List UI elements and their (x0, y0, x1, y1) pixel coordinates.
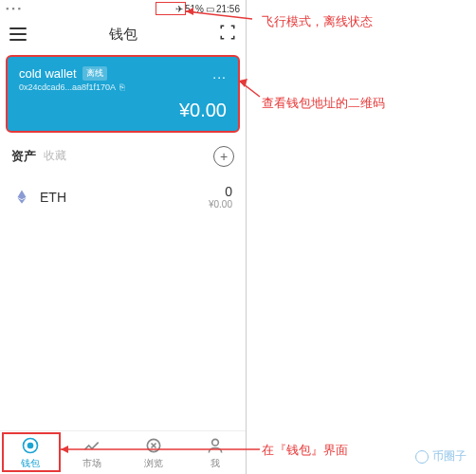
wallet-name: cold wallet 离线 (19, 66, 124, 81)
annotation-wallettab: 在『钱包』界面 (262, 442, 348, 459)
asset-name: ETH (40, 190, 66, 205)
watermark-icon (415, 450, 429, 464)
copy-icon[interactable]: ⎘ (119, 82, 124, 92)
watermark: 币圈子 (415, 448, 467, 465)
svg-marker-9 (61, 446, 68, 453)
scan-icon[interactable] (219, 24, 236, 45)
assets-section-header: 资产 收藏 + (0, 137, 246, 173)
eth-icon (13, 189, 30, 206)
wallet-balance: ¥0.00 (19, 100, 227, 121)
annotation-qrcode: 查看钱包地址的二维码 (262, 95, 385, 112)
menu-icon[interactable] (9, 27, 27, 41)
annotation-airplane: 飞行模式，离线状态 (262, 13, 373, 30)
asset-amount: 0 (209, 184, 232, 199)
asset-row-eth[interactable]: ETH 0 ¥0.00 (0, 173, 246, 221)
wallet-card[interactable]: cold wallet 离线 0x24cdcad6...aa8f1f170A ⎘… (6, 55, 240, 133)
arrow-airplane (186, 6, 262, 25)
wallet-tag: 离线 (82, 66, 107, 81)
nav-highlight (2, 432, 61, 472)
wallet-address[interactable]: 0x24cdcad6...aa8f1f170A ⎘ (19, 82, 124, 92)
svg-marker-5 (186, 8, 193, 15)
add-asset-button[interactable]: + (213, 146, 234, 167)
status-left: ▪▪▪ (6, 4, 21, 13)
tab-collectibles[interactable]: 收藏 (44, 148, 66, 165)
svg-line-4 (186, 11, 252, 19)
arrow-wallettab (61, 440, 269, 459)
asset-value: ¥0.00 (209, 199, 232, 210)
airplane-highlight (156, 2, 186, 15)
page-title: 钱包 (109, 26, 137, 44)
tab-assets[interactable]: 资产 (11, 148, 36, 165)
wallet-more-icon[interactable]: ... (212, 66, 227, 82)
